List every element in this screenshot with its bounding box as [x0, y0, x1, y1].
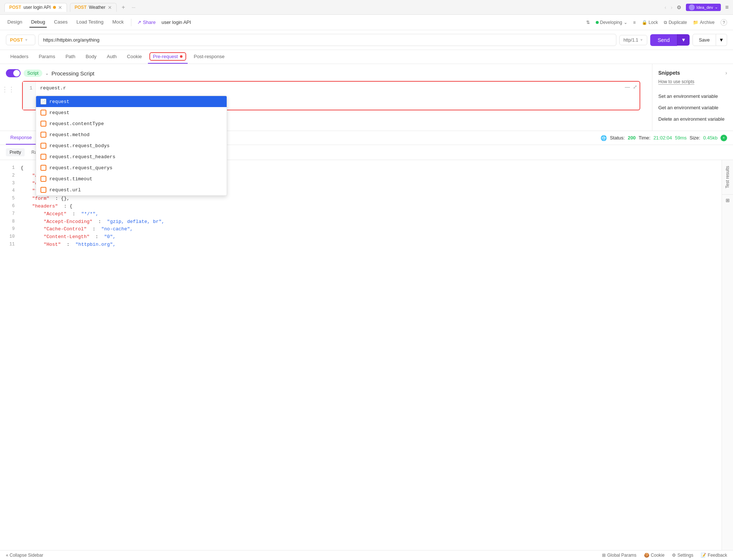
snippet-set-env[interactable]: Set an environment variable: [658, 91, 727, 102]
ac-item-method[interactable]: request.method: [36, 129, 227, 140]
script-toggle[interactable]: [6, 69, 21, 77]
script-header: Script ⌄ Processing Script: [0, 64, 652, 81]
help-icon[interactable]: ?: [720, 19, 727, 26]
collapse-editor-button[interactable]: —: [625, 84, 630, 90]
req-tab-auth[interactable]: Auth: [102, 50, 121, 64]
status-label: Status:: [610, 135, 624, 141]
settings-label: Settings: [677, 553, 693, 558]
archive-button[interactable]: 📁 Archive: [693, 20, 715, 25]
tab-close-2[interactable]: ✕: [108, 5, 112, 10]
duplicate-button[interactable]: ⧉ Duplicate: [664, 20, 687, 25]
ac-cube-icon-2: [40, 121, 46, 127]
jv-5: : {},: [55, 195, 70, 203]
ac-cube-icon-6: [40, 165, 46, 171]
toolbar: Design Debug Cases Load Testing Mock ↗ S…: [0, 15, 733, 30]
save-main-button[interactable]: Save: [693, 34, 716, 46]
status-label: Developing: [600, 20, 622, 25]
expand-editor-button[interactable]: ⤢: [633, 84, 637, 90]
json-line-6: 6 "headers" : {: [6, 203, 716, 210]
req-tab-cookie[interactable]: Cookie: [123, 50, 146, 64]
drag-handle[interactable]: ⋮⋮: [0, 81, 16, 110]
ac-item-timeout[interactable]: request.timeout: [36, 173, 227, 184]
send-dropdown-button[interactable]: ▼: [677, 34, 690, 46]
share-button[interactable]: ↗ Share: [137, 20, 156, 25]
ac-cube-icon-4: [40, 143, 46, 149]
script-chevron[interactable]: ⌄: [45, 71, 49, 76]
req-tab-postresponse[interactable]: Post-response: [189, 50, 229, 64]
script-main: Script ⌄ Processing Script ⋮⋮ 1 request.…: [0, 64, 652, 131]
jv-7: "*/*",: [81, 210, 99, 218]
tab-name-2: Weather: [89, 5, 105, 10]
tab-cases[interactable]: Cases: [53, 17, 69, 28]
tab-load-testing[interactable]: Load Testing: [75, 17, 105, 28]
globe-icon: 🌐: [601, 135, 607, 141]
url-input[interactable]: [38, 34, 616, 46]
ac-text-1: request: [49, 99, 70, 104]
lock-button[interactable]: 🔒 Lock: [642, 20, 658, 25]
cookie-button[interactable]: 🍪 Cookie: [644, 553, 665, 558]
feedback-button[interactable]: 📝 Feedback: [701, 553, 727, 558]
snippets-panel: Snippets › How to use scripts Set an env…: [652, 64, 733, 131]
collapse-sidebar-button[interactable]: « Collapse Sidebar: [6, 553, 43, 558]
new-tab-button[interactable]: +: [120, 4, 127, 11]
time-value: 21:02:04: [654, 135, 672, 141]
ac-item-url[interactable]: request.url: [36, 184, 227, 195]
snippets-expand-icon[interactable]: ›: [725, 70, 727, 76]
ac-text-3: request.contentType: [49, 121, 104, 127]
protocol-select[interactable]: http/1.1 ▼: [619, 35, 647, 45]
json-line-9: 9 "Cache-Control" : "no-cache",: [6, 226, 716, 233]
req-tab-body[interactable]: Body: [81, 50, 101, 64]
req-tab-path[interactable]: Path: [61, 50, 80, 64]
tab-post-login[interactable]: POST user login API ✕: [4, 3, 67, 12]
jk-5: "form": [21, 195, 49, 203]
jcolon-9: :: [92, 226, 95, 233]
snippet-get-env[interactable]: Get an environment variable: [658, 102, 727, 113]
ac-item-request-doc[interactable]: 📄 request: [36, 96, 227, 107]
method-select[interactable]: POST ▼: [6, 35, 35, 45]
how-to-use-scripts-link[interactable]: How to use scripts: [658, 79, 694, 85]
menu-icon[interactable]: ≡: [725, 4, 729, 11]
nav-back-icon[interactable]: ‹: [665, 4, 666, 10]
req-tab-prerequest[interactable]: Pre-request: [148, 50, 188, 64]
tab-post-weather[interactable]: POST Weather ✕: [70, 3, 117, 12]
sort-icon[interactable]: ⇅: [586, 20, 590, 25]
settings-icon[interactable]: ⚙: [677, 4, 681, 10]
test-results-tab[interactable]: Test results: [722, 160, 733, 194]
align-icon[interactable]: ≡: [633, 20, 636, 25]
ac-item-request-cube[interactable]: request: [36, 107, 227, 118]
user-chevron: ⌄: [715, 5, 718, 10]
tab-design[interactable]: Design: [6, 17, 24, 28]
nav-forward-icon[interactable]: ›: [671, 4, 673, 10]
tab-close-1[interactable]: ✕: [58, 5, 62, 10]
more-tabs-button[interactable]: ···: [130, 5, 137, 10]
jcolon-10: :: [95, 233, 98, 241]
ac-item-contenttype[interactable]: request.contentType: [36, 118, 227, 129]
resp-tab-response[interactable]: Response: [6, 131, 36, 145]
tab-mock[interactable]: Mock: [111, 17, 125, 28]
json-line-8: 8 "Accept-Encoding" : "gzip, deflate, br…: [6, 218, 716, 226]
json-content: 1 { 2 "args" : {}, 3 "data" : "", 4 "fil…: [0, 160, 722, 550]
req-tab-params[interactable]: Params: [34, 50, 60, 64]
req-tab-headers[interactable]: Headers: [6, 50, 33, 64]
ac-item-request-headers[interactable]: request.request_headers: [36, 151, 227, 162]
editor-wrapper: ⋮⋮ 1 request.r 📄 reque: [0, 81, 652, 110]
layout-icon[interactable]: ⊞: [722, 194, 733, 206]
json-line-5: 5 "form" : {},: [6, 195, 716, 203]
code-content[interactable]: request.r 📄 request request: [36, 82, 640, 110]
send-main-button[interactable]: Send: [650, 34, 677, 46]
snippet-delete-env[interactable]: Delete an environment variable: [658, 113, 727, 125]
save-dropdown-button[interactable]: ▼: [716, 34, 727, 46]
developing-status[interactable]: Developing ⌄: [596, 20, 627, 25]
ac-item-request-bodys[interactable]: request.request_bodys: [36, 140, 227, 151]
test-results-sidebar: Test results ⊞: [722, 160, 733, 550]
share-label: Share: [143, 20, 156, 25]
settings-button[interactable]: ⚙ Settings: [672, 553, 693, 558]
jk-11: "Host": [21, 241, 61, 249]
send-button-group: Send ▼: [650, 34, 690, 46]
user-badge[interactable]: Idea_dev ⌄: [686, 4, 720, 11]
fmt-tab-pretty[interactable]: Pretty: [6, 148, 25, 156]
tab-debug[interactable]: Debug: [29, 17, 46, 28]
script-badge: Script: [24, 70, 42, 77]
ac-item-request-querys[interactable]: request.request_querys: [36, 162, 227, 173]
global-params-button[interactable]: ⊞ Global Params: [602, 553, 636, 558]
